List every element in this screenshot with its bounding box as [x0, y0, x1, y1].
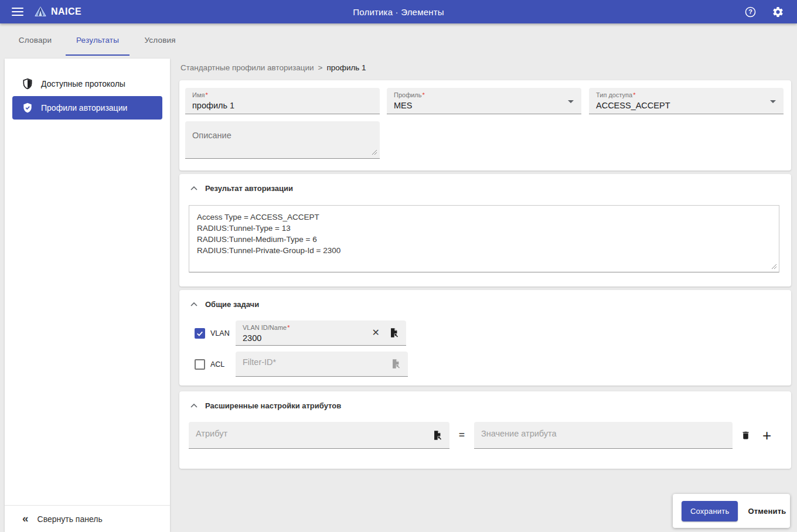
vlan-id-field[interactable]: VLAN ID/Name* ✕: [236, 320, 406, 346]
attribute-value-input[interactable]: [481, 429, 726, 438]
profile-form-card: Имя* Профиль* Тип доступа*: [179, 80, 791, 170]
add-row-icon[interactable]: +: [762, 429, 771, 441]
sidebar-item-auth-profiles[interactable]: Профили авторизации: [12, 96, 162, 120]
description-field[interactable]: [185, 121, 380, 159]
access-type-field-label: Тип доступа: [596, 91, 632, 98]
delete-row-icon[interactable]: [741, 430, 751, 441]
name-input[interactable]: [192, 101, 373, 110]
vlan-id-field-label: VLAN ID/Name: [243, 324, 287, 331]
check-icon: [196, 329, 204, 337]
vlan-checkbox-label: VLAN: [210, 329, 230, 337]
help-icon[interactable]: ?: [744, 6, 757, 18]
profile-select-value[interactable]: [394, 101, 574, 110]
attribute-value-field[interactable]: [474, 422, 733, 449]
sidebar-item-label: Доступные протоколы: [41, 79, 125, 88]
svg-text:?: ?: [748, 8, 752, 15]
access-type-select-field[interactable]: Тип доступа*: [589, 88, 784, 114]
chevron-down-icon: [568, 100, 574, 103]
vlan-checkbox[interactable]: [195, 328, 205, 339]
name-field[interactable]: Имя*: [185, 88, 380, 114]
breadcrumb-parent[interactable]: Стандартные профили авторизации: [180, 63, 314, 72]
dictionary-picker-icon-disabled[interactable]: [390, 359, 401, 371]
common-tasks-card: Общие задачи VLAN VLAN ID/Name* ✕: [179, 290, 791, 386]
equals-sign: =: [459, 429, 465, 441]
tab-dictionaries[interactable]: Словари: [5, 23, 66, 56]
menu-icon[interactable]: [12, 8, 23, 16]
filter-id-field[interactable]: [236, 352, 408, 377]
chevron-down-icon: [770, 100, 776, 103]
sidebar-item-available-protocols[interactable]: Доступные протоколы: [12, 72, 162, 96]
auth-result-card: Результат авторизации Access Type = ACCE…: [179, 174, 791, 287]
description-textarea[interactable]: [185, 121, 380, 158]
acl-task-row: ACL: [195, 352, 408, 377]
required-asterisk: *: [205, 91, 207, 98]
sidebar-item-label: Профили авторизации: [41, 103, 127, 112]
action-bar: Сохранить Отменить: [673, 494, 790, 528]
attribute-row: = +: [189, 422, 771, 449]
naice-logo-icon: [34, 5, 47, 18]
save-button[interactable]: Сохранить: [682, 501, 738, 521]
settings-icon[interactable]: [772, 6, 784, 18]
collapse-section-icon[interactable]: [190, 302, 197, 306]
breadcrumb-current: профиль 1: [326, 63, 366, 72]
required-asterisk: *: [423, 91, 425, 98]
appbar-actions: ?: [744, 6, 789, 18]
breadcrumb-separator: >: [318, 63, 323, 72]
profile-select-field[interactable]: Профиль*: [387, 88, 581, 114]
brand: NAICE: [34, 5, 81, 18]
collapse-panel-button[interactable]: « Свернуть панель: [5, 505, 170, 532]
cancel-button[interactable]: Отменить: [747, 503, 787, 519]
collapse-panel-label: Свернуть панель: [38, 514, 103, 524]
attribute-field[interactable]: [189, 422, 449, 449]
tab-conditions[interactable]: Условия: [130, 23, 190, 56]
auth-result-textarea[interactable]: Access Type = ACCESS_ACCEPT RADIUS:Tunne…: [189, 205, 779, 272]
app-bar: NAICE Политика · Элементы ?: [0, 0, 797, 23]
tab-results[interactable]: Результаты: [66, 23, 130, 56]
dictionary-picker-icon[interactable]: [432, 430, 442, 443]
collapse-section-icon[interactable]: [190, 404, 197, 408]
dictionary-picker-icon[interactable]: [389, 328, 399, 340]
acl-checkbox[interactable]: [195, 359, 205, 370]
acl-checkbox-label: ACL: [210, 360, 230, 369]
vlan-task-row: VLAN VLAN ID/Name* ✕: [195, 320, 406, 346]
clear-icon[interactable]: ✕: [372, 327, 380, 339]
main-content: Стандартные профили авторизации>профиль …: [179, 56, 791, 532]
name-field-label: Имя: [192, 91, 205, 98]
section-title-common-tasks: Общие задачи: [205, 300, 259, 309]
shield-half-icon: [22, 78, 33, 90]
shield-check-icon: [22, 102, 33, 114]
page-title: Политика · Элементы: [0, 7, 797, 17]
section-title-advanced: Расширенные настройки атрибутов: [205, 401, 341, 410]
collapse-section-icon[interactable]: [190, 186, 197, 190]
advanced-attributes-card: Расширенные настройки атрибутов: [179, 391, 791, 469]
required-asterisk: *: [287, 324, 289, 331]
screen: NAICE Политика · Элементы ? Словари Резу…: [0, 0, 797, 532]
breadcrumb: Стандартные профили авторизации>профиль …: [180, 63, 366, 72]
sidebar: Доступные протоколы Профили авторизации …: [5, 59, 170, 532]
required-asterisk: *: [633, 91, 635, 98]
collapse-panel-icon: «: [22, 513, 29, 524]
brand-name: NAICE: [51, 6, 81, 17]
section-title-auth-result: Результат авторизации: [205, 184, 293, 193]
access-type-select-value[interactable]: [596, 101, 776, 110]
profile-field-label: Профиль: [394, 91, 422, 98]
tab-bar: Словари Результаты Условия: [5, 23, 190, 56]
filter-id-input[interactable]: [243, 357, 382, 367]
attribute-input[interactable]: [196, 429, 424, 438]
